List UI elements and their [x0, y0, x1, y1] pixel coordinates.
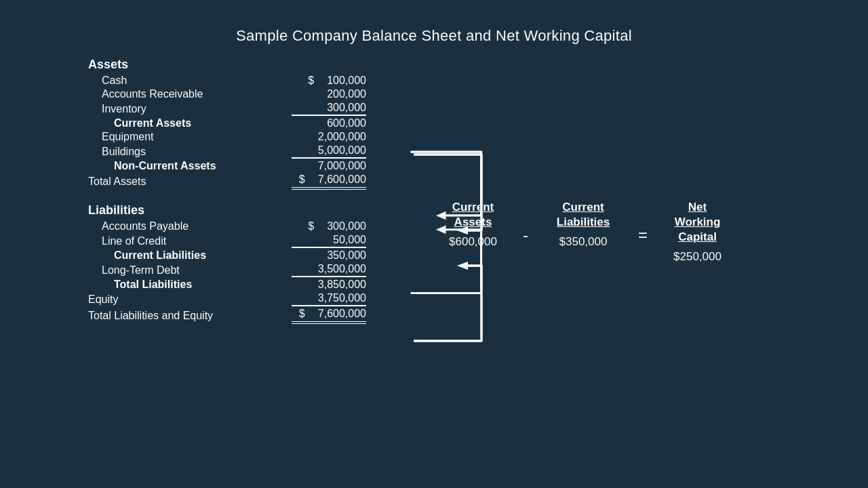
- balance-sheet: Assets Cash $100,000 Accounts Receivable…: [88, 58, 366, 325]
- accounts-receivable-row: Accounts Receivable 200,000: [88, 88, 366, 100]
- long-term-debt-row: Long-Term Debt 3,500,000: [88, 263, 366, 277]
- total-assets-label: Total Assets: [88, 176, 292, 188]
- total-liabilities-label: Total Liabilities: [88, 279, 292, 291]
- liabilities-header: Liabilities: [88, 203, 366, 218]
- long-term-debt-value: 3,500,000: [292, 263, 366, 277]
- equipment-row: Equipment 2,000,000: [88, 131, 366, 143]
- non-current-assets-row: Non-Current Assets 7,000,000: [88, 160, 366, 172]
- current-liabilities-value: 350,000: [292, 249, 366, 262]
- assets-header: Assets: [88, 58, 366, 72]
- equals-operator: =: [627, 200, 658, 245]
- line-of-credit-label: Line of Credit: [88, 235, 292, 247]
- nwc-diagram: CurrentAssets $600,000 - CurrentLiabilit…: [434, 200, 736, 264]
- total-liabilities-equity-value: $7,600,000: [292, 308, 366, 324]
- current-liabilities-nwc-value: $350,000: [539, 235, 627, 249]
- line-of-credit-row: Line of Credit 50,000: [88, 234, 366, 248]
- current-liabilities-label: Current Liabilities: [88, 249, 292, 262]
- equity-value: 3,750,000: [292, 292, 366, 306]
- current-assets-nwc-value: $600,000: [434, 235, 512, 249]
- non-current-assets-value: 7,000,000: [292, 160, 366, 172]
- nwc-header: NetWorkingCapital: [658, 200, 736, 245]
- buildings-value: 5,000,000: [292, 144, 366, 159]
- total-liabilities-row: Total Liabilities 3,850,000: [88, 279, 366, 291]
- equity-row: Equity 3,750,000: [88, 292, 366, 306]
- buildings-label: Buildings: [88, 146, 292, 158]
- cash-value: $100,000: [292, 75, 366, 87]
- equipment-label: Equipment: [88, 131, 292, 143]
- current-liabilities-header: CurrentLiabilities: [539, 200, 627, 230]
- total-assets-row: Total Assets $7,600,000: [88, 174, 366, 190]
- inventory-label: Inventory: [88, 103, 292, 115]
- inventory-value: 300,000: [292, 102, 366, 116]
- accounts-payable-row: Accounts Payable $300,000: [88, 220, 366, 232]
- line-of-credit-value: 50,000: [292, 234, 366, 248]
- cash-row: Cash $100,000: [88, 75, 366, 87]
- total-liabilities-equity-dollar: $: [299, 308, 313, 320]
- accounts-payable-label: Accounts Payable: [88, 220, 292, 232]
- buildings-row: Buildings 5,000,000: [88, 144, 366, 159]
- current-assets-value: 600,000: [292, 117, 366, 129]
- accounts-receivable-value: 200,000: [292, 88, 366, 100]
- net-working-capital-col: NetWorkingCapital $250,000: [658, 200, 736, 264]
- minus-operator: -: [512, 200, 539, 245]
- page-title: Sample Company Balance Sheet and Net Wor…: [0, 0, 868, 58]
- current-assets-col: CurrentAssets $600,000: [434, 200, 512, 249]
- total-liabilities-equity-label: Total Liabilities and Equity: [88, 310, 292, 322]
- total-assets-value: $7,600,000: [292, 174, 366, 190]
- total-assets-dollar: $: [299, 174, 313, 186]
- current-assets-row: Current Assets 600,000: [88, 117, 366, 129]
- equity-label: Equity: [88, 293, 292, 306]
- cash-dollar: $: [308, 75, 321, 87]
- accounts-payable-dollar: $: [308, 220, 321, 232]
- long-term-debt-label: Long-Term Debt: [88, 264, 292, 277]
- current-liabilities-col: CurrentLiabilities $350,000: [539, 200, 627, 249]
- inventory-row: Inventory 300,000: [88, 102, 366, 116]
- total-liabilities-value: 3,850,000: [292, 279, 366, 291]
- nwc-value: $250,000: [658, 250, 736, 264]
- total-liabilities-equity-row: Total Liabilities and Equity $7,600,000: [88, 308, 366, 324]
- equipment-value: 2,000,000: [292, 131, 366, 143]
- current-assets-label: Current Assets: [88, 117, 292, 129]
- current-liabilities-row: Current Liabilities 350,000: [88, 249, 366, 262]
- accounts-receivable-label: Accounts Receivable: [88, 88, 292, 100]
- non-current-assets-label: Non-Current Assets: [88, 160, 292, 172]
- cash-label: Cash: [88, 75, 292, 87]
- accounts-payable-value: $300,000: [292, 220, 366, 232]
- current-assets-header: CurrentAssets: [434, 200, 512, 230]
